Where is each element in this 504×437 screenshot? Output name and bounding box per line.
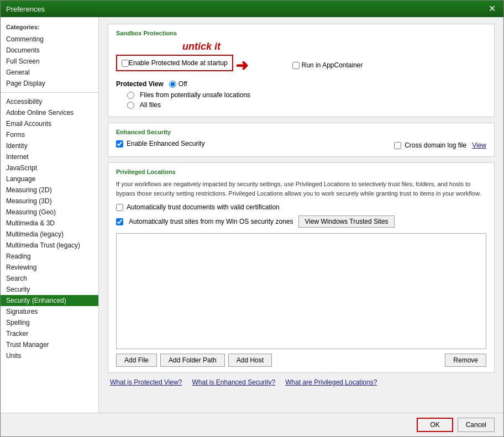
what-protected-view-link[interactable]: What is Protected View?	[110, 378, 182, 386]
cancel-button[interactable]: Cancel	[458, 418, 495, 432]
pv-all-files-label: All files	[140, 101, 161, 109]
enable-protected-mode-checkbox[interactable]	[122, 60, 129, 67]
enhanced-security-section: Enhanced Security Enable Enhanced Securi…	[108, 123, 495, 157]
main-panel: Sandbox Protections untick it Enable Pro…	[99, 17, 503, 413]
sidebar-item-search[interactable]: Search	[1, 273, 98, 284]
auto-trust-sites-label: Automatically trust sites from my Win OS…	[129, 218, 293, 225]
privileged-locations-list	[116, 233, 486, 349]
protected-view-main-row: Protected View Off	[116, 80, 486, 88]
auto-trust-docs-row: Automatically trust documents with valid…	[116, 203, 486, 211]
run-in-app-container-label: Run in AppContainer	[302, 61, 363, 69]
enable-enhanced-security-row: Enable Enhanced Security	[116, 140, 204, 148]
sidebar-item-reviewing[interactable]: Reviewing	[1, 262, 98, 273]
sidebar: Categories: Commenting Documents Full Sc…	[1, 17, 99, 413]
auto-trust-docs-checkbox[interactable]	[116, 204, 123, 211]
privileged-locations-section: Privileged Locations If your workflows a…	[108, 162, 495, 373]
sidebar-item-multimedia-3d[interactable]: Multimedia & 3D	[1, 218, 98, 229]
enhanced-security-row: Enable Enhanced Security Cross domain lo…	[116, 140, 486, 151]
cross-domain-view-link[interactable]: View	[472, 141, 486, 149]
enhanced-security-title: Enhanced Security	[116, 129, 486, 135]
content-area: Categories: Commenting Documents Full Sc…	[1, 17, 503, 413]
what-privileged-locations-link[interactable]: What are Privileged Locations?	[285, 378, 377, 386]
sidebar-item-page-display[interactable]: Page Display	[1, 78, 98, 89]
annotation-text: untick it	[182, 41, 221, 52]
cross-domain-row: Cross domain log file View	[394, 141, 486, 149]
sidebar-item-email-accounts[interactable]: Email Accounts	[1, 118, 98, 129]
pv-off-radio[interactable]	[169, 81, 176, 88]
sidebar-item-trust-manager[interactable]: Trust Manager	[1, 339, 98, 350]
remove-button[interactable]: Remove	[445, 354, 486, 367]
pv-off-label: Off	[179, 80, 187, 88]
pv-files-unsafe-label: Files from potentially unsafe locations	[140, 91, 250, 99]
sandbox-section-title: Sandbox Protections	[116, 30, 486, 36]
sidebar-item-measuring-geo[interactable]: Measuring (Geo)	[1, 207, 98, 218]
locations-buttons-row: Add File Add Folder Path Add Host Remove	[116, 354, 486, 367]
protected-view-label: Protected View	[116, 80, 164, 88]
pv-all-files-radio[interactable]	[127, 102, 134, 109]
sidebar-divider	[1, 92, 98, 93]
bottom-buttons: OK Cancel	[1, 413, 503, 436]
sidebar-item-documents[interactable]: Documents	[1, 45, 98, 56]
add-file-button[interactable]: Add File	[116, 354, 157, 367]
sidebar-item-javascript[interactable]: JavaScript	[1, 162, 98, 173]
sidebar-item-general[interactable]: General	[1, 67, 98, 78]
privileged-locations-title: Privileged Locations	[116, 169, 486, 175]
sidebar-item-security[interactable]: Security	[1, 284, 98, 295]
sidebar-item-security-enhanced[interactable]: Security (Enhanced)	[1, 295, 98, 306]
categories-label: Categories:	[1, 22, 98, 34]
sidebar-item-multimedia-trust-legacy[interactable]: Multimedia Trust (legacy)	[1, 240, 98, 251]
pv-files-unsafe-row: Files from potentially unsafe locations	[127, 91, 486, 99]
run-in-app-container-checkbox[interactable]	[292, 62, 300, 69]
auto-trust-sites-row: Automatically trust sites from my Win OS…	[116, 215, 486, 228]
add-host-button[interactable]: Add Host	[228, 354, 272, 367]
ok-button[interactable]: OK	[417, 418, 453, 432]
sidebar-item-reading[interactable]: Reading	[1, 251, 98, 262]
sidebar-item-commenting[interactable]: Commenting	[1, 34, 98, 45]
sidebar-item-internet[interactable]: Internet	[1, 151, 98, 162]
annotation-block: untick it Enable Protected Mode at start…	[116, 41, 486, 76]
enable-enhanced-security-label: Enable Enhanced Security	[127, 140, 204, 148]
privileged-locations-desc: If your workflows are negatively impacte…	[116, 180, 486, 198]
pv-files-unsafe-radio[interactable]	[127, 92, 134, 99]
sidebar-item-accessibility[interactable]: Accessibility	[1, 96, 98, 107]
sidebar-item-adobe-online-services[interactable]: Adobe Online Services	[1, 107, 98, 118]
annotation-arrow-icon: ➜	[235, 56, 248, 75]
enable-protected-mode-highlighted: Enable Protected Mode at startup	[116, 55, 233, 71]
cross-domain-log-label: Cross domain log file	[405, 141, 466, 149]
sidebar-item-measuring-2d[interactable]: Measuring (2D)	[1, 185, 98, 196]
auto-trust-sites-checkbox[interactable]	[116, 218, 123, 225]
preferences-window: Preferences ✕ Categories: Commenting Doc…	[0, 0, 504, 437]
sidebar-item-spelling[interactable]: Spelling	[1, 317, 98, 328]
cross-domain-log-checkbox[interactable]	[394, 142, 401, 149]
sidebar-item-identity[interactable]: Identity	[1, 140, 98, 151]
window-title: Preferences	[6, 5, 45, 13]
add-folder-path-button[interactable]: Add Folder Path	[160, 354, 225, 367]
enable-enhanced-security-checkbox[interactable]	[116, 140, 123, 148]
what-enhanced-security-link[interactable]: What is Enhanced Security?	[192, 378, 276, 386]
protected-view-section: Protected View Off Files from potentiall…	[116, 80, 486, 109]
sidebar-item-language[interactable]: Language	[1, 173, 98, 185]
enable-protected-mode-label: Enable Protected Mode at startup	[129, 59, 228, 67]
view-trusted-sites-button[interactable]: View Windows Trusted Sites	[298, 215, 394, 228]
sidebar-item-units[interactable]: Units	[1, 350, 98, 361]
sidebar-item-measuring-3d[interactable]: Measuring (3D)	[1, 196, 98, 207]
title-bar: Preferences ✕	[1, 1, 503, 17]
sidebar-item-multimedia-legacy[interactable]: Multimedia (legacy)	[1, 229, 98, 240]
sidebar-item-signatures[interactable]: Signatures	[1, 306, 98, 317]
pv-all-files-row: All files	[127, 101, 486, 109]
close-button[interactable]: ✕	[486, 4, 498, 13]
sidebar-item-forms[interactable]: Forms	[1, 129, 98, 140]
sidebar-item-tracker[interactable]: Tracker	[1, 328, 98, 339]
auto-trust-docs-label: Automatically trust documents with valid…	[127, 203, 280, 211]
sandbox-protections-section: Sandbox Protections untick it Enable Pro…	[108, 24, 495, 117]
sidebar-item-full-screen[interactable]: Full Screen	[1, 56, 98, 67]
help-links-row: What is Protected View? What is Enhanced…	[108, 378, 495, 386]
